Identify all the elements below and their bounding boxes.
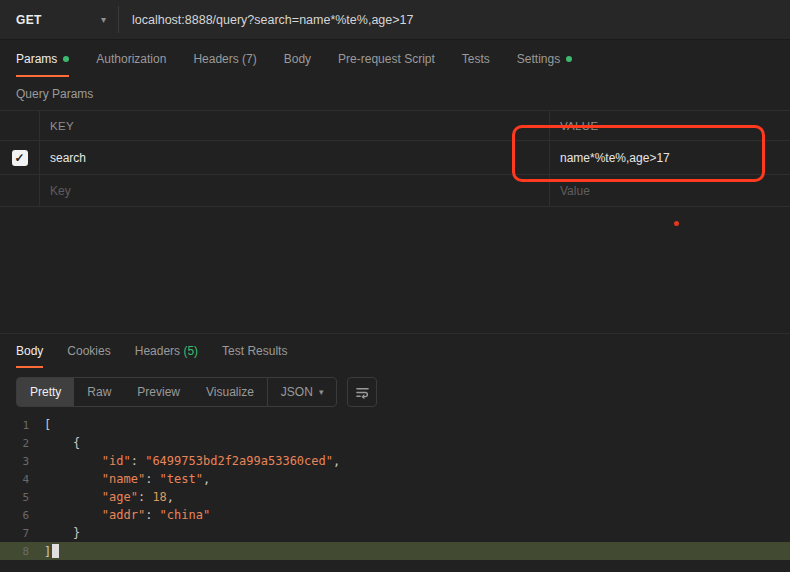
param-value-cell[interactable]: name*%te%,age>17 bbox=[550, 141, 790, 175]
tab-headers[interactable]: Headers (7) bbox=[193, 40, 256, 77]
green-dot-icon bbox=[63, 56, 69, 62]
wrap-text-icon bbox=[355, 385, 370, 400]
code-line-active: 8 ] bbox=[0, 542, 790, 560]
tab-pre-request-script[interactable]: Pre-request Script bbox=[338, 40, 435, 77]
empty-area bbox=[0, 207, 790, 333]
param-key-cell[interactable]: search bbox=[40, 141, 550, 175]
header-checkbox-cell bbox=[0, 111, 40, 141]
code-line: 4 "name": "test", bbox=[0, 470, 790, 488]
line-number: 3 bbox=[0, 455, 44, 468]
url-input[interactable]: localhost:8888/query?search=name*%te%,ag… bbox=[119, 0, 790, 39]
tab-body[interactable]: Body bbox=[284, 40, 311, 77]
green-dot-icon bbox=[566, 56, 572, 62]
response-body-editor[interactable]: 1 [ 2 { 3 "id": "6499753bd2f2a99a53360ce… bbox=[0, 416, 790, 560]
language-label: JSON bbox=[281, 385, 313, 399]
response-tab-test-results-label: Test Results bbox=[222, 344, 287, 358]
code-line: 3 "id": "6499753bd2f2a99a53360ced", bbox=[0, 452, 790, 470]
postman-window: GET ▾ localhost:8888/query?search=name*%… bbox=[0, 0, 790, 572]
request-tabs: Params Authorization Headers (7) Body Pr… bbox=[0, 40, 790, 77]
tab-authorization-label: Authorization bbox=[96, 52, 166, 66]
tab-body-label: Body bbox=[284, 52, 311, 66]
tab-settings-label: Settings bbox=[517, 52, 560, 66]
wrap-text-button[interactable] bbox=[347, 377, 377, 407]
response-toolbar: Pretty Raw Preview Visualize JSON ▾ bbox=[16, 377, 774, 407]
line-number: 6 bbox=[0, 509, 44, 522]
tab-params-label: Params bbox=[16, 52, 57, 66]
response-tabs: Body Cookies Headers (5) Test Results bbox=[0, 334, 790, 368]
line-number: 5 bbox=[0, 491, 44, 504]
line-number: 4 bbox=[0, 473, 44, 486]
query-params-title: Query Params bbox=[16, 87, 774, 101]
view-mode-group: Pretty Raw Preview Visualize JSON ▾ bbox=[16, 377, 337, 407]
view-mode-preview[interactable]: Preview bbox=[124, 378, 193, 406]
line-number: 1 bbox=[0, 419, 44, 432]
tab-pre-request-script-label: Pre-request Script bbox=[338, 52, 435, 66]
response-tab-body[interactable]: Body bbox=[16, 334, 43, 368]
response-tab-headers-label: Headers bbox=[135, 344, 180, 358]
method-label: GET bbox=[16, 13, 42, 27]
code-line: 7 } bbox=[0, 524, 790, 542]
response-tab-test-results[interactable]: Test Results bbox=[222, 334, 287, 368]
query-params-table: KEY VALUE ✓ search name*%te%,age>17 Key … bbox=[0, 110, 790, 207]
tab-authorization[interactable]: Authorization bbox=[96, 40, 166, 77]
headers-count-badge: (5) bbox=[180, 344, 198, 358]
new-param-checkbox-cell bbox=[0, 175, 40, 207]
tab-headers-label: Headers (7) bbox=[193, 52, 256, 66]
chevron-down-icon: ▾ bbox=[101, 14, 106, 25]
code-line: 2 { bbox=[0, 434, 790, 452]
code-line: 6 "addr": "china" bbox=[0, 506, 790, 524]
tab-tests-label: Tests bbox=[462, 52, 490, 66]
param-enabled-checkbox[interactable]: ✓ bbox=[12, 150, 28, 166]
line-number: 8 bbox=[0, 545, 44, 558]
code-line: 5 "age": 18, bbox=[0, 488, 790, 506]
response-tab-cookies-label: Cookies bbox=[67, 344, 110, 358]
column-header-value: VALUE bbox=[550, 111, 790, 141]
view-mode-visualize[interactable]: Visualize bbox=[193, 378, 267, 406]
view-mode-pretty[interactable]: Pretty bbox=[17, 378, 74, 406]
chevron-down-icon: ▾ bbox=[319, 387, 324, 397]
param-checkbox-cell: ✓ bbox=[0, 141, 40, 175]
response-tab-body-label: Body bbox=[16, 344, 43, 358]
tab-tests[interactable]: Tests bbox=[462, 40, 490, 77]
new-param-key-input[interactable]: Key bbox=[40, 175, 550, 207]
response-section: Body Cookies Headers (5) Test Results Pr… bbox=[0, 333, 790, 560]
line-number: 7 bbox=[0, 527, 44, 540]
response-tab-headers[interactable]: Headers (5) bbox=[135, 334, 198, 368]
response-tab-cookies[interactable]: Cookies bbox=[67, 334, 110, 368]
tab-params[interactable]: Params bbox=[16, 40, 69, 77]
request-url-bar: GET ▾ localhost:8888/query?search=name*%… bbox=[0, 0, 790, 40]
method-selector[interactable]: GET ▾ bbox=[0, 0, 118, 39]
tab-settings[interactable]: Settings bbox=[517, 40, 572, 77]
line-number: 2 bbox=[0, 437, 44, 450]
language-dropdown[interactable]: JSON ▾ bbox=[267, 378, 337, 406]
column-header-key: KEY bbox=[40, 111, 550, 141]
new-param-value-input[interactable]: Value bbox=[550, 175, 790, 207]
view-mode-raw[interactable]: Raw bbox=[74, 378, 124, 406]
text-cursor bbox=[52, 544, 59, 558]
code-line: 1 [ bbox=[0, 416, 790, 434]
